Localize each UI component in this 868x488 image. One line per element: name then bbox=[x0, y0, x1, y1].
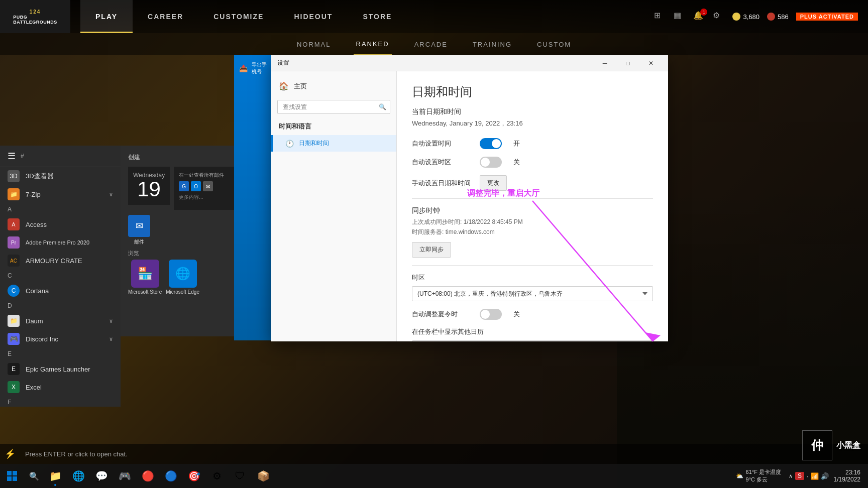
shortcut-mail[interactable]: ✉ 邮件 bbox=[128, 215, 150, 246]
outlook-icon: O bbox=[191, 181, 201, 191]
app-label-discord: Discord Inc bbox=[26, 335, 58, 343]
sub-nav-custom[interactable]: CUSTOM bbox=[534, 33, 574, 55]
nav-item-play[interactable]: PLAY bbox=[80, 0, 133, 33]
taskbar-search-button[interactable]: 🔍 bbox=[25, 467, 43, 485]
nav-item-hideout[interactable]: HIDEOUT bbox=[279, 0, 348, 33]
tray-network-icon[interactable]: 📶 bbox=[811, 472, 819, 480]
taskbar-app-wechat[interactable]: 💬 bbox=[90, 465, 113, 487]
settings-nav-datetime[interactable]: 🕐 日期和时间 bbox=[271, 135, 396, 152]
app-item-7zip[interactable]: 📁 7-Zip ∨ bbox=[0, 185, 121, 203]
gmail-icon: G bbox=[179, 181, 189, 191]
settings-category-label: 时间和语言 bbox=[271, 118, 396, 135]
app-icon-armoury: AC bbox=[8, 255, 20, 267]
taskbar-app-file-explorer[interactable]: 📁 bbox=[44, 465, 66, 487]
taskbar-app-unknown2[interactable]: 🔵 bbox=[160, 465, 182, 487]
app-item-access[interactable]: A Access bbox=[0, 215, 121, 233]
auto-time-toggle[interactable] bbox=[480, 138, 502, 149]
minimize-button[interactable]: ─ bbox=[594, 55, 616, 71]
app-item-cortana[interactable]: C Cortana bbox=[0, 282, 121, 300]
taskbar-app-unknown3[interactable]: 📦 bbox=[252, 465, 274, 487]
date-widget: Wednesday 19 bbox=[128, 167, 170, 205]
section-c: C bbox=[0, 270, 121, 282]
app-item-epic[interactable]: E Epic Games Launcher bbox=[0, 360, 121, 378]
ms-store-app[interactable]: 🏪 Microsoft Store bbox=[128, 260, 162, 295]
sub-nav-ranked[interactable]: RANKED bbox=[354, 33, 392, 55]
settings-sidebar: 🏠 主页 🔍 时间和语言 🕐 日期和时间 bbox=[271, 71, 397, 341]
sub-nav-training[interactable]: TRAINING bbox=[470, 33, 514, 55]
settings-home-item[interactable]: 🏠 主页 bbox=[271, 76, 396, 96]
app-expand-daum: ∨ bbox=[109, 318, 113, 324]
dst-knob bbox=[481, 310, 490, 319]
weather-temp-c: 9°C 多云 bbox=[746, 476, 781, 483]
chat-input-placeholder[interactable]: Press ENTER or click to open chat. bbox=[20, 450, 133, 458]
more-content-label: 更多内容... bbox=[179, 194, 239, 201]
maximize-button[interactable]: □ bbox=[617, 55, 639, 71]
taskbar-clock[interactable]: 23:16 1/19/2022 bbox=[831, 469, 863, 483]
auto-timezone-toggle[interactable] bbox=[480, 157, 502, 168]
card-icon[interactable]: ▦ bbox=[674, 11, 686, 23]
taskbar-app-settings[interactable]: ⚙ bbox=[206, 465, 228, 487]
activated-status: ACTIVATED bbox=[819, 14, 854, 20]
taskbar-right-section: ⛅ 61°F 是卡温度 9°C 多云 ∧ S · 📶 🔊 23:16 1/19/… bbox=[731, 468, 868, 483]
g-currency-icon bbox=[732, 13, 740, 21]
sub-nav-normal[interactable]: NORMAL bbox=[294, 33, 334, 55]
pubg-logo-number: 124 bbox=[30, 9, 41, 15]
dst-toggle[interactable] bbox=[480, 309, 502, 320]
app-item-daum[interactable]: 📁 Daum ∨ bbox=[0, 312, 121, 330]
app-label-cortana: Cortana bbox=[26, 287, 49, 295]
change-datetime-button[interactable]: 更改 bbox=[480, 175, 507, 191]
blue-strip-export-text: 导出手机号 bbox=[252, 61, 269, 75]
app-label-armoury: ARMOURY CRATE bbox=[26, 257, 82, 265]
ms-edge-app[interactable]: 🌐 Microsoft Edge bbox=[166, 260, 199, 295]
tray-icons: · 📶 🔊 bbox=[807, 472, 829, 480]
blue-sidebar-strip: 📤 导出手机号 bbox=[234, 55, 274, 340]
close-button[interactable]: ✕ bbox=[640, 55, 662, 71]
divider-1 bbox=[412, 198, 653, 199]
taskbar-app-edge[interactable]: 🌐 bbox=[67, 465, 89, 487]
calendar-dropdown[interactable]: 不显示其他日历 bbox=[412, 340, 653, 341]
tray-sound-icon[interactable]: 🔊 bbox=[821, 472, 829, 480]
nav-item-store[interactable]: STORE bbox=[348, 0, 407, 33]
app-item-discord[interactable]: 🎮 Discord Inc ∨ bbox=[0, 330, 121, 348]
settings-titlebar: 设置 ─ □ ✕ bbox=[271, 55, 668, 71]
taskbar-app-steam[interactable]: 🎯 bbox=[183, 465, 205, 487]
timezone-dropdown[interactable]: (UTC+08:00) 北京，重庆，香港特别行政区，乌鲁木齐 bbox=[412, 286, 653, 301]
sync-clock-section: 同步时钟 上次成功同步时间: 1/18/2022 8:45:45 PM 时间服务… bbox=[412, 206, 653, 258]
taskbar-app-security[interactable]: 🛡 bbox=[229, 465, 251, 487]
taskbar-app-unknown1[interactable]: 🎮 bbox=[114, 465, 136, 487]
taskbar-start-button[interactable] bbox=[0, 464, 24, 488]
taskbar-app-chrome[interactable]: 🔴 bbox=[137, 465, 159, 487]
settings-search-icon: 🔍 bbox=[379, 103, 386, 110]
app-item-3d[interactable]: 3D 3D查看器 bbox=[0, 167, 121, 185]
settings-gear-icon[interactable]: ⚙ bbox=[713, 11, 725, 23]
settings-body: 🏠 主页 🔍 时间和语言 🕐 日期和时间 日期和时间 当前日期和时间 Wedne… bbox=[271, 71, 668, 341]
grid-icon[interactable]: ⊞ bbox=[654, 11, 666, 23]
app-icon-adobe: Pr bbox=[8, 236, 20, 249]
date-num-label: 19 bbox=[133, 179, 165, 200]
app-item-excel[interactable]: X Excel bbox=[0, 378, 121, 396]
nav-item-career[interactable]: CAREER bbox=[133, 0, 198, 33]
app-icon-discord: 🎮 bbox=[8, 333, 20, 345]
settings-search-input[interactable] bbox=[277, 100, 390, 114]
input-method-indicator[interactable]: S bbox=[795, 472, 804, 480]
app-label-daum: Daum bbox=[26, 317, 43, 325]
app-item-armoury[interactable]: AC ARMOURY CRATE bbox=[0, 252, 121, 270]
app-item-adobe[interactable]: Pr Adobe Premiere Pro 2020 bbox=[0, 233, 121, 252]
pubg-nav-right: ⊞ ▦ 🔔 ⚙ 3,680 586 PLUS ACTIVATED bbox=[654, 11, 868, 23]
app-shortcuts-row: ✉ 邮件 bbox=[128, 215, 244, 246]
hamburger-icon[interactable]: ☰ bbox=[8, 151, 16, 162]
taskbar-weather[interactable]: ⛅ 61°F 是卡温度 9°C 多云 bbox=[731, 468, 786, 483]
auto-time-knob bbox=[492, 139, 501, 148]
auto-timezone-state: 关 bbox=[513, 158, 520, 167]
currency-g-display: 3,680 bbox=[732, 13, 759, 21]
nav-item-customize[interactable]: CUSTOMIZE bbox=[198, 0, 279, 33]
mail-widget: 在一处查看所有邮件 G O ✉ 更多内容... bbox=[174, 167, 244, 210]
sync-last-info: 上次成功同步时间: 1/18/2022 8:45:45 PM bbox=[412, 218, 653, 226]
start-menu-header: ☰ # bbox=[0, 146, 121, 167]
blue-strip-export-icon: 📤 bbox=[239, 64, 248, 72]
notification-bell-icon[interactable]: 🔔 bbox=[693, 11, 705, 23]
sub-nav-arcade[interactable]: ARCADE bbox=[412, 33, 450, 55]
sync-now-button[interactable]: 立即同步 bbox=[412, 242, 451, 258]
app-label-adobe: Adobe Premiere Pro 2020 bbox=[26, 239, 89, 246]
tray-arrow-icon[interactable]: ∧ bbox=[789, 473, 793, 479]
